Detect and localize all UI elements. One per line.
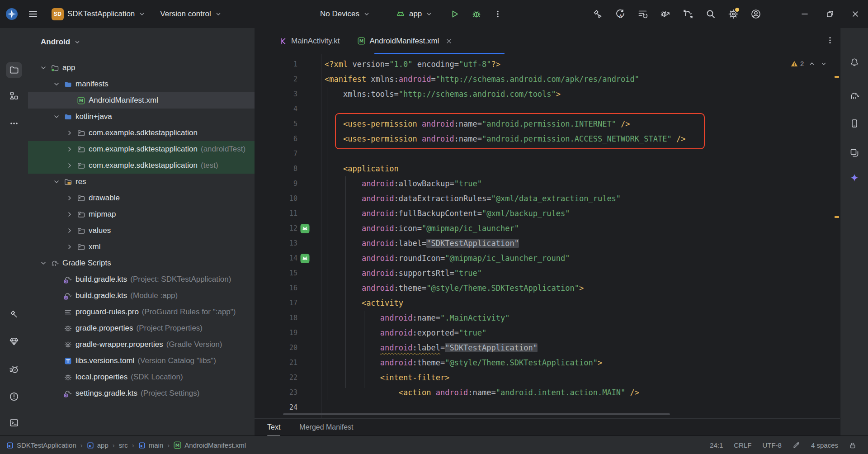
more-tool-windows-button[interactable] — [6, 115, 22, 132]
code-line[interactable]: android:allowBackup="true" — [325, 176, 685, 191]
line-number[interactable]: 4 — [255, 102, 297, 117]
gradle-tool-button[interactable] — [846, 88, 863, 104]
chevron-right-icon[interactable] — [66, 243, 77, 251]
tree-item-local-properties[interactable]: local.properties(SDK Location) — [28, 369, 255, 385]
tree-item-values[interactable]: values — [28, 222, 255, 239]
line-number[interactable]: 16 — [255, 281, 297, 296]
apply-changes-icon[interactable]: A — [615, 9, 626, 19]
vcs-widget[interactable]: Version control — [156, 5, 225, 23]
tree-item-app[interactable]: app — [28, 60, 255, 76]
tree-item-kotlin-java[interactable]: kotlin+java — [28, 109, 255, 125]
line-number[interactable]: 3 — [255, 87, 297, 102]
caret-position[interactable]: 24:1 — [710, 441, 723, 449]
line-number[interactable]: 18 — [255, 311, 297, 326]
tree-item-com-example-sdktestapplication[interactable]: com.example.sdktestapplication(test) — [28, 157, 255, 174]
code-editor[interactable]: 123456789101112131415161718192021222324 … — [255, 54, 840, 418]
build-icon[interactable] — [592, 9, 603, 19]
readonly-lock-icon[interactable] — [849, 442, 856, 449]
tree-item-gradle-properties[interactable]: gradle.properties(Project Properties) — [28, 320, 255, 336]
code-line[interactable]: android:label="SDKTestApplication" — [325, 340, 685, 355]
line-number[interactable]: 6 — [255, 132, 297, 147]
run-configuration-selector[interactable]: app — [392, 5, 436, 23]
code-line[interactable]: android:theme="@style/Theme.SDKTestAppli… — [325, 281, 685, 296]
code-line[interactable]: android:dataExtractionRules="@xml/data_e… — [325, 191, 685, 206]
editor-tab-androidmanifest-xml[interactable]: MAndroidManifest.xml — [349, 28, 461, 54]
code-line[interactable]: <application — [325, 161, 685, 176]
line-number[interactable]: 11 — [255, 206, 297, 221]
tree-item-mipmap[interactable]: mipmap — [28, 206, 255, 222]
attach-debugger-icon[interactable] — [660, 9, 671, 19]
chevron-right-icon[interactable] — [66, 146, 77, 153]
line-separator[interactable]: CRLF — [734, 441, 751, 449]
code-line[interactable] — [325, 147, 685, 161]
line-number[interactable]: 1 — [255, 57, 297, 72]
project-tool-button[interactable] — [6, 62, 22, 78]
chevron-right-icon[interactable] — [66, 129, 77, 137]
code-line[interactable]: <intent-filter> — [325, 370, 685, 385]
logcat-tool-button[interactable] — [6, 361, 22, 378]
code-line[interactable]: android:roundIcon="@mipmap/ic_launcher_r… — [325, 251, 685, 266]
chevron-right-icon[interactable] — [66, 227, 77, 234]
line-number[interactable]: 22 — [255, 370, 297, 385]
breadcrumb-item-app[interactable]: app — [87, 441, 108, 449]
chevron-down-icon[interactable] — [40, 260, 51, 267]
editor-tab-mainactivity-kt[interactable]: MainActivity.kt — [271, 28, 349, 54]
launcher-icon-preview[interactable] — [300, 224, 310, 233]
line-number[interactable]: 8 — [255, 161, 297, 176]
code-line[interactable]: <?xml version="1.0" encoding="utf-8"?> — [325, 57, 685, 72]
code-line[interactable]: android:label="SDKTestApplication" — [325, 236, 685, 251]
tree-item-res[interactable]: res — [28, 174, 255, 190]
debug-button[interactable] — [472, 9, 481, 19]
code-line[interactable]: android:theme="@style/Theme.SDKTestAppli… — [325, 355, 685, 370]
chevron-down-icon[interactable] — [53, 80, 64, 88]
code-line[interactable]: <uses-permission android:name="android.p… — [325, 117, 685, 132]
code-line[interactable]: <manifest xmlns:android="http://schemas.… — [325, 72, 685, 87]
account-icon[interactable] — [750, 9, 761, 19]
line-number[interactable]: 21 — [255, 355, 297, 370]
line-number[interactable]: 13 — [255, 236, 297, 251]
line-number[interactable]: 12 — [255, 221, 297, 236]
tab-merged-manifest[interactable]: Merged Manifest — [299, 419, 353, 436]
settings-icon[interactable] — [728, 9, 739, 19]
line-number[interactable]: 7 — [255, 147, 297, 161]
tree-item-libs-versions-toml[interactable]: libs.versions.toml(Version Catalog "libs… — [28, 353, 255, 369]
code-line[interactable]: <activity — [325, 296, 685, 311]
gemini-tool-button[interactable] — [846, 170, 863, 186]
code-line[interactable]: android:name=".MainActivity" — [325, 311, 685, 326]
profiler-icon[interactable] — [637, 9, 648, 19]
tab-text[interactable]: Text — [267, 419, 280, 436]
code-lines[interactable]: <?xml version="1.0" encoding="utf-8"?><m… — [325, 57, 685, 415]
tree-item-com-example-sdktestapplication[interactable]: com.example.sdktestapplication — [28, 125, 255, 141]
breadcrumb-item-androidmanifest-xml[interactable]: MAndroidManifest.xml — [174, 441, 246, 449]
code-line[interactable] — [325, 102, 685, 117]
tree-item-gradle-wrapper-properties[interactable]: gradle-wrapper.properties(Gradle Version… — [28, 336, 255, 353]
warning-stripe-mark[interactable] — [835, 76, 839, 78]
tree-item-gradle-scripts[interactable]: Gradle Scripts — [28, 255, 255, 271]
more-actions-icon[interactable] — [493, 9, 502, 19]
maximize-button[interactable] — [817, 0, 843, 28]
close-button[interactable] — [843, 0, 868, 28]
inspections-widget[interactable]: 2 — [791, 60, 827, 67]
code-line[interactable]: android:fullBackupContent="@xml/backup_r… — [325, 206, 685, 221]
chevron-down-icon[interactable] — [53, 178, 64, 185]
tree-item-proguard-rules-pro[interactable]: proguard-rules.pro(ProGuard Rules for ":… — [28, 304, 255, 320]
line-number[interactable]: 17 — [255, 296, 297, 311]
resource-manager-tool-button[interactable] — [6, 88, 22, 104]
close-tab-icon[interactable] — [446, 38, 452, 44]
code-line[interactable]: <uses-permission android:name="android.p… — [325, 132, 685, 147]
line-number[interactable]: 2 — [255, 72, 297, 87]
highlighting-level-icon[interactable] — [793, 441, 800, 449]
device-selector[interactable]: No Devices — [316, 5, 374, 23]
terminal-tool-button[interactable] — [6, 415, 22, 431]
tree-item-xml[interactable]: xml — [28, 239, 255, 255]
notifications-tool-button[interactable] — [846, 54, 863, 71]
build-tool-button[interactable] — [6, 306, 22, 322]
minimize-button[interactable] — [792, 0, 817, 28]
file-encoding[interactable]: UTF-8 — [762, 441, 782, 449]
tree-item-manifests[interactable]: manifests — [28, 76, 255, 92]
tree-item-com-example-sdktestapplication[interactable]: com.example.sdktestapplication(androidTe… — [28, 141, 255, 157]
launcher-icon-preview[interactable] — [300, 254, 310, 263]
chevron-right-icon[interactable] — [66, 194, 77, 202]
breadcrumb-item-sdktestapplication[interactable]: SDKTestApplication — [6, 441, 76, 449]
app-quality-insights-tool-button[interactable] — [6, 333, 22, 350]
